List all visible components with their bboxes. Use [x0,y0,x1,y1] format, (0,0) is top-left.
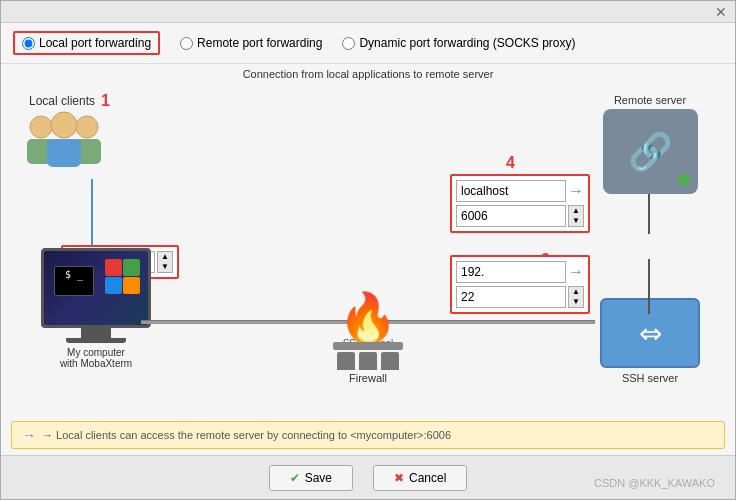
ssh-host-row: → [456,261,584,283]
remote-server-area: 🔗 [595,109,705,194]
svg-rect-7 [123,259,140,276]
ssh-port-down[interactable]: ▼ [569,297,583,307]
watermark: CSDN @KKK_KAWAKO [594,477,715,489]
radio-dynamic[interactable]: Dynamic port forwarding (SOCKS proxy) [342,36,575,50]
main-window: ✕ Local port forwarding Remote port forw… [0,0,736,500]
radio-local-label: Local port forwarding [39,36,151,50]
save-check-icon: ✔ [290,471,300,485]
radio-remote-input[interactable] [180,37,193,50]
remote-port-spinner[interactable]: ▲ ▼ [568,205,584,227]
firewall-pillars [318,352,418,370]
link-chain-icon: 🔗 [628,131,673,173]
people-group [19,109,129,187]
title-bar: ✕ [1,1,735,23]
arrow-right-4: → [568,182,584,200]
remote-port-input[interactable] [456,205,566,227]
box-4: → ▲ ▼ [450,174,590,233]
close-button[interactable]: ✕ [713,4,729,20]
svg-point-2 [76,116,98,138]
info-arrow-icon: → [22,427,36,443]
monitor-base [66,338,126,343]
save-label: Save [305,471,332,485]
firewall-area: 🔥 Firewall [318,290,418,384]
cancel-button[interactable]: ✖ Cancel [373,465,467,491]
ssh-port-spinner[interactable]: ▲ ▼ [568,286,584,308]
local-clients-label: Local clients [29,94,95,108]
firewall-base-top [333,342,403,350]
terminal-icon: $ _ [54,266,94,296]
my-computer-area: $ _ My computer with MobaXterm [31,248,161,369]
ssh-server-label: SSH server [595,372,705,384]
monitor-stand [81,328,111,338]
description-text: Connection from local applications to re… [1,64,735,84]
remote-host-row: → [456,180,584,202]
ssh-server-vertical-line [648,259,650,314]
mobaxterm-logo [105,259,140,294]
svg-point-4 [51,112,77,138]
radio-remote[interactable]: Remote port forwarding [180,36,322,50]
ssh-port-up[interactable]: ▲ [569,287,583,297]
firewall-label: Firewall [318,372,418,384]
radio-local-input[interactable] [22,37,35,50]
step-1-label: 1 [101,92,110,110]
radio-dynamic-label: Dynamic port forwarding (SOCKS proxy) [359,36,575,50]
cancel-x-icon: ✖ [394,471,404,485]
cancel-label: Cancel [409,471,446,485]
svg-rect-8 [105,277,122,294]
svg-rect-9 [123,277,140,294]
diagram-area: Local clients 1 2 ← [1,84,735,424]
firewall-icon: 🔥 [318,290,418,346]
radio-remote-label: Remote port forwarding [197,36,322,50]
radio-local[interactable]: Local port forwarding [13,31,160,55]
ssh-port-input[interactable] [456,286,566,308]
svg-rect-5 [47,139,81,167]
arrow-right-3: → [568,263,584,281]
ssh-host-input[interactable] [456,261,566,283]
remote-server-box: 🔗 [603,109,698,194]
ssh-server-box: ⇔ [600,298,700,368]
firewall-base-group [318,342,418,350]
remote-port-up[interactable]: ▲ [569,206,583,216]
monitor: $ _ [41,248,151,328]
my-computer-label: My computer with MobaXterm [31,347,161,369]
monitor-screen: $ _ [44,251,148,325]
radio-options-bar: Local port forwarding Remote port forwar… [1,23,735,64]
step-4-label: 4 [506,154,515,172]
remote-server-label-top: Remote server [600,94,700,106]
remote-server-vertical-line [648,194,650,234]
ssh-server-area: ⇔ SSH server [595,298,705,384]
info-bar: → → Local clients can access the remote … [11,421,725,449]
transfer-arrows-icon: ⇔ [639,317,662,350]
svg-rect-6 [105,259,122,276]
remote-port-row: ▲ ▼ [456,205,584,227]
bottom-bar: ✔ Save ✖ Cancel CSDN @KKK_KAWAKO [1,455,735,499]
local-clients-section: Local clients 1 [29,92,110,110]
info-text: → Local clients can access the remote se… [42,429,451,441]
box-3: → ▲ ▼ [450,255,590,314]
svg-point-0 [30,116,52,138]
radio-dynamic-input[interactable] [342,37,355,50]
ssh-port-row: ▲ ▼ [456,286,584,308]
remote-port-down[interactable]: ▼ [569,216,583,226]
save-button[interactable]: ✔ Save [269,465,353,491]
green-status-dot [678,174,690,186]
remote-host-input[interactable] [456,180,566,202]
